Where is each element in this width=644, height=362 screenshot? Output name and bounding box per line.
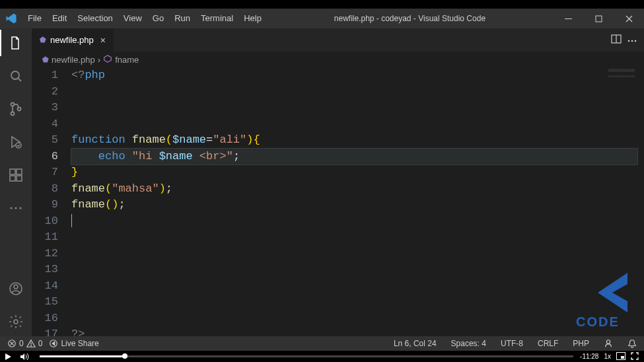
maximize-button[interactable] bbox=[583, 9, 614, 28]
status-problems[interactable]: 0 0 bbox=[5, 339, 44, 348]
minimap[interactable] bbox=[608, 69, 635, 85]
status-notifications-icon[interactable] bbox=[626, 339, 639, 348]
tab-bar: ⬟ newfile.php × bbox=[32, 28, 644, 52]
tab-label: newfile.php bbox=[50, 35, 94, 45]
line-number: 6 bbox=[32, 149, 58, 165]
more-icon[interactable] bbox=[0, 198, 32, 219]
status-eol[interactable]: CRLF bbox=[536, 339, 560, 348]
vscode-logo-icon bbox=[0, 13, 22, 24]
code-line[interactable] bbox=[71, 294, 637, 310]
svg-point-4 bbox=[11, 112, 15, 116]
menu-bar: FileEditSelectionViewGoRunTerminalHelp bbox=[22, 9, 267, 28]
menu-run[interactable]: Run bbox=[169, 9, 196, 28]
source-control-icon[interactable] bbox=[0, 98, 32, 120]
menu-help[interactable]: Help bbox=[238, 9, 267, 28]
menu-go[interactable]: Go bbox=[147, 9, 169, 28]
pip-icon[interactable] bbox=[616, 352, 626, 361]
close-button[interactable] bbox=[614, 9, 644, 28]
code-line[interactable] bbox=[71, 100, 637, 116]
code-line[interactable] bbox=[71, 278, 637, 295]
menu-edit[interactable]: Edit bbox=[47, 9, 72, 28]
svg-point-19 bbox=[628, 40, 630, 42]
line-number: 2 bbox=[32, 84, 58, 100]
more-actions-icon[interactable] bbox=[627, 35, 637, 45]
line-number: 14 bbox=[32, 278, 58, 295]
line-number: 3 bbox=[32, 100, 58, 116]
split-editor-icon[interactable] bbox=[611, 34, 622, 46]
run-debug-icon[interactable] bbox=[0, 131, 32, 153]
svg-point-15 bbox=[14, 285, 18, 289]
line-number: 8 bbox=[32, 181, 58, 198]
code-line[interactable]: } bbox=[71, 164, 637, 181]
minimize-button[interactable] bbox=[553, 9, 583, 28]
svg-point-26 bbox=[606, 340, 610, 344]
accounts-icon[interactable] bbox=[0, 278, 32, 299]
code-line[interactable] bbox=[71, 213, 637, 230]
code-line[interactable] bbox=[71, 116, 637, 133]
code-content[interactable]: <?phpfunction fname($name="ali"){ echo "… bbox=[71, 67, 644, 336]
status-indentation[interactable]: Spaces: 4 bbox=[449, 339, 488, 348]
menu-view[interactable]: View bbox=[118, 9, 147, 28]
status-feedback-icon[interactable] bbox=[602, 339, 615, 348]
svg-point-21 bbox=[635, 40, 637, 42]
php-file-icon: ⬟ bbox=[42, 55, 49, 64]
line-number: 10 bbox=[32, 213, 58, 230]
status-live-share[interactable]: Live Share bbox=[47, 339, 100, 348]
settings-gear-icon[interactable] bbox=[0, 311, 32, 332]
line-number: 11 bbox=[32, 229, 58, 246]
tab-close-icon[interactable]: × bbox=[98, 35, 108, 46]
svg-point-16 bbox=[14, 320, 18, 324]
code-editor[interactable]: 1234567891011121314151617 <?phpfunction … bbox=[32, 67, 644, 336]
line-number: 16 bbox=[32, 310, 58, 327]
video-player-bar: -11:28 1x bbox=[0, 351, 644, 362]
tab-newfile-php[interactable]: ⬟ newfile.php × bbox=[32, 28, 114, 52]
play-button[interactable] bbox=[0, 353, 16, 361]
menu-selection[interactable]: Selection bbox=[72, 9, 118, 28]
svg-point-3 bbox=[11, 103, 15, 106]
code-line[interactable]: ?> bbox=[71, 326, 637, 336]
code-line[interactable]: fname("mahsa"); bbox=[71, 181, 637, 198]
menu-terminal[interactable]: Terminal bbox=[196, 9, 238, 28]
fullscreen-icon[interactable] bbox=[631, 352, 639, 361]
code-line[interactable]: <?php bbox=[71, 67, 637, 84]
window-controls bbox=[553, 9, 644, 28]
status-cursor-position[interactable]: Ln 6, Col 24 bbox=[392, 339, 439, 348]
line-number: 13 bbox=[32, 262, 58, 278]
chevron-right-icon: › bbox=[98, 55, 100, 65]
menu-file[interactable]: File bbox=[22, 9, 47, 28]
explorer-icon[interactable] bbox=[0, 32, 32, 54]
breadcrumb-file: newfile.php bbox=[52, 55, 95, 65]
code-line[interactable] bbox=[71, 84, 637, 100]
symbol-method-icon bbox=[103, 54, 112, 65]
code-line[interactable] bbox=[71, 246, 637, 262]
breadcrumb[interactable]: ⬟ newfile.php › fname bbox=[32, 52, 644, 67]
title-bar: FileEditSelectionViewGoRunTerminalHelp n… bbox=[0, 9, 644, 28]
playback-speed[interactable]: 1x bbox=[604, 353, 611, 360]
extensions-icon[interactable] bbox=[0, 164, 32, 186]
svg-point-13 bbox=[19, 207, 21, 209]
text-cursor bbox=[71, 214, 72, 227]
svg-point-5 bbox=[18, 108, 21, 111]
code-line[interactable]: function fname($name="ali"){ bbox=[71, 132, 637, 149]
status-encoding[interactable]: UTF-8 bbox=[499, 339, 525, 348]
search-icon[interactable] bbox=[0, 65, 32, 87]
code-line[interactable] bbox=[71, 310, 637, 327]
status-language[interactable]: PHP bbox=[571, 339, 591, 348]
svg-point-11 bbox=[10, 207, 12, 209]
line-number-gutter: 1234567891011121314151617 bbox=[32, 67, 71, 336]
volume-icon[interactable] bbox=[16, 353, 33, 361]
code-line[interactable] bbox=[71, 229, 637, 246]
svg-point-2 bbox=[11, 71, 19, 79]
svg-point-24 bbox=[30, 345, 31, 346]
breadcrumb-symbol: fname bbox=[115, 55, 139, 65]
vertical-scrollbar[interactable] bbox=[635, 67, 644, 336]
activity-bar bbox=[0, 28, 32, 336]
line-number: 1 bbox=[32, 67, 58, 84]
code-line[interactable]: fname(); bbox=[71, 197, 637, 213]
svg-rect-8 bbox=[17, 169, 22, 174]
code-line[interactable] bbox=[71, 262, 637, 278]
progress-bar[interactable] bbox=[40, 355, 573, 357]
code-line[interactable]: echo "hi $name <br>"; bbox=[71, 149, 637, 165]
svg-rect-0 bbox=[565, 18, 572, 19]
svg-rect-9 bbox=[10, 176, 15, 181]
